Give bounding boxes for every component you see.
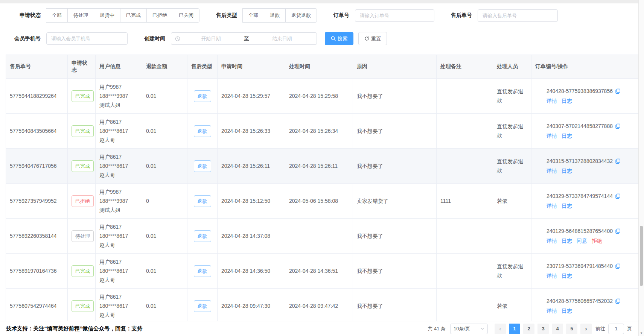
status-badge: 已完成: [72, 160, 94, 172]
page-number-button[interactable]: 4: [552, 324, 563, 334]
page-number-button[interactable]: 3: [537, 324, 549, 334]
status-filter-option[interactable]: 退货中: [94, 8, 120, 23]
cell-aftersale-no: 5775892260358144: [6, 219, 68, 254]
status-filter-option[interactable]: 全部: [46, 8, 68, 23]
user-info-line: 用户9987: [99, 187, 138, 196]
row-action-link[interactable]: 日志: [562, 98, 572, 104]
date-start-placeholder[interactable]: 开始日期: [180, 35, 242, 42]
user-info-line: 用户8617: [99, 222, 138, 231]
user-info-line: 用户8617: [99, 257, 138, 266]
type-filter-option[interactable]: 退货退款: [285, 8, 317, 23]
goto-page-input[interactable]: [608, 324, 624, 334]
reset-button[interactable]: 重置: [358, 32, 387, 45]
pagination: 共 41 条 10条/页 ‹ 12345 › 前往 页: [428, 324, 634, 334]
type-filter-option[interactable]: 全部: [242, 8, 264, 23]
cell-reason: 我不想要了: [353, 149, 437, 184]
clock-icon: [175, 36, 180, 41]
next-page-button[interactable]: ›: [580, 324, 592, 334]
table-row: 5775927357949952 已拒绝 用户9987188****9987测试…: [6, 184, 639, 219]
status-filter-option[interactable]: 已拒绝: [146, 8, 173, 23]
scrollbar-thumb[interactable]: [640, 226, 643, 286]
table-body: 5775944188299264 已完成 用户9987188****9987测试…: [6, 79, 639, 336]
row-action-link[interactable]: 详情: [547, 273, 557, 279]
status-filter-option[interactable]: 已完成: [120, 8, 147, 23]
row-action-link[interactable]: 日志: [562, 203, 572, 209]
cell-aftersale-no: 5775944188299264: [6, 79, 68, 114]
cell-refund-amount: 0.01: [142, 114, 187, 149]
table-header-cell: 原因: [353, 55, 437, 79]
cell-handle-time: 2024-04-28 15:26:11: [285, 149, 353, 184]
status-badge: 已完成: [72, 265, 94, 277]
search-icon: [331, 36, 336, 41]
support-text: 技术支持：关注“编写美好前程”微信公众号，回复：支持: [6, 325, 143, 332]
copy-icon[interactable]: [615, 263, 621, 269]
cell-type: 退款: [187, 114, 218, 149]
cell-order-actions: 240129-5648615287654400 详情日志同意拒绝: [531, 219, 639, 254]
copy-icon[interactable]: [615, 298, 621, 304]
cell-order-actions: 240315-5713728802834432 详情日志: [531, 149, 639, 184]
row-action-link[interactable]: 日志: [562, 308, 572, 314]
type-badge: 退款: [194, 300, 211, 312]
copy-icon[interactable]: [615, 193, 621, 199]
row-action-link[interactable]: 详情: [547, 308, 557, 314]
cell-refund-amount: 0: [142, 184, 187, 219]
cell-remark: [437, 149, 493, 184]
date-end-placeholder[interactable]: 结束日期: [251, 35, 313, 42]
cell-apply-time: 2024-04-28 15:26:11: [218, 149, 285, 184]
scroll-down-icon[interactable]: ▼: [639, 331, 644, 335]
type-badge: 退款: [194, 90, 211, 102]
cell-order-actions: 240329-5733784749574144 详情日志: [531, 184, 639, 219]
copy-icon[interactable]: [615, 123, 621, 129]
status-badge: 已拒绝: [72, 195, 94, 207]
row-action-link[interactable]: 日志: [562, 168, 572, 174]
prev-page-button[interactable]: ‹: [495, 324, 506, 334]
member-phone-input[interactable]: [46, 32, 128, 45]
row-action-link[interactable]: 日志: [562, 273, 572, 279]
cell-reason: 我不想要了: [353, 219, 437, 254]
row-action-link[interactable]: 详情: [547, 203, 557, 209]
page-number-button[interactable]: 2: [523, 324, 534, 334]
cell-status: 已完成: [68, 149, 96, 184]
cell-handler: [493, 219, 531, 254]
status-filter-option[interactable]: 待处理: [67, 8, 94, 23]
copy-icon[interactable]: [615, 158, 621, 164]
type-filter-group: 全部退款退货退款: [243, 8, 317, 23]
row-action-link[interactable]: 日志: [562, 133, 572, 139]
cell-handler: 直接发起退款: [493, 114, 531, 149]
row-action-link[interactable]: 拒绝: [592, 238, 602, 244]
cell-handler: 若依: [493, 289, 531, 324]
copy-icon[interactable]: [615, 88, 621, 94]
cell-status: 已完成: [68, 254, 96, 289]
copy-icon[interactable]: [615, 228, 621, 234]
row-action-link[interactable]: 详情: [547, 133, 557, 139]
vertical-scrollbar[interactable]: ▼: [638, 0, 644, 336]
row-action-link[interactable]: 日志: [562, 238, 572, 244]
page-number-button[interactable]: 1: [509, 324, 520, 334]
status-badge: 待处理: [72, 230, 94, 242]
aftersale-no-input[interactable]: [478, 9, 558, 22]
page-number-button[interactable]: 5: [566, 324, 577, 334]
row-action-link[interactable]: 详情: [547, 238, 557, 244]
table-header-cell: 申请时间: [218, 55, 285, 79]
cell-apply-time: 2024-04-28 09:47:30: [218, 289, 285, 324]
table-header-cell: 处理人员: [493, 55, 531, 79]
status-filter-option[interactable]: 已关闭: [173, 8, 199, 23]
page-number-list: 12345: [507, 324, 579, 334]
page-size-select[interactable]: 10条/页: [450, 324, 488, 334]
row-action-link[interactable]: 同意: [577, 238, 587, 244]
row-action-link[interactable]: 详情: [547, 98, 557, 104]
cell-remark: [437, 114, 493, 149]
cell-handle-time: 2024-04-28 15:26:34: [285, 114, 353, 149]
cell-status: 已完成: [68, 79, 96, 114]
total-count: 共 41 条: [428, 325, 446, 332]
row-action-link[interactable]: 详情: [547, 168, 557, 174]
order-no: 240315-5713728802834432: [547, 157, 613, 166]
search-button[interactable]: 搜索: [325, 32, 353, 45]
order-no-label: 订单号: [333, 12, 349, 19]
user-info-line: 赵大哥: [99, 170, 138, 179]
type-filter-option[interactable]: 退款: [264, 8, 286, 23]
filter-row-1: 申请状态 全部待处理退货中已完成已拒绝已关闭 售后类型 全部退款退货退款 订单号…: [6, 8, 638, 23]
table-header-cell: 处理备注: [437, 55, 493, 79]
created-date-range-picker[interactable]: 开始日期 至 结束日期: [171, 32, 317, 45]
order-no-input[interactable]: [355, 9, 434, 22]
